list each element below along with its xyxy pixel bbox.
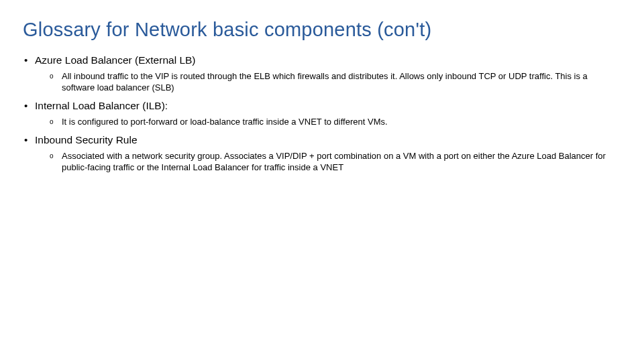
term-label: Azure Load Balancer (External LB): [35, 53, 621, 68]
list-item: Azure Load Balancer (External LB) All in…: [23, 53, 621, 93]
term-label: Inbound Security Rule: [35, 133, 621, 147]
list-item: Internal Load Balancer (ILB): It is conf…: [23, 99, 621, 127]
bullet-list-level2: It is configured to port-forward or load…: [35, 116, 621, 127]
term-label: Internal Load Balancer (ILB):: [35, 99, 621, 113]
list-item: It is configured to port-forward or load…: [35, 116, 621, 127]
term-description: It is configured to port-forward or load…: [62, 116, 621, 127]
slide-title: Glossary for Network basic components (c…: [23, 19, 621, 41]
list-item: All inbound traffic to the VIP is routed…: [35, 70, 621, 93]
list-item: Inbound Security Rule Associated with a …: [23, 133, 621, 173]
list-item: Associated with a network security group…: [35, 150, 621, 173]
slide-content: Azure Load Balancer (External LB) All in…: [23, 53, 621, 173]
term-description: All inbound traffic to the VIP is routed…: [62, 70, 621, 93]
slide-container: Glossary for Network basic components (c…: [0, 0, 644, 197]
bullet-list-level2: All inbound traffic to the VIP is routed…: [35, 70, 621, 93]
bullet-list-level2: Associated with a network security group…: [35, 150, 621, 173]
term-description: Associated with a network security group…: [62, 150, 621, 173]
bullet-list-level1: Azure Load Balancer (External LB) All in…: [23, 53, 621, 173]
